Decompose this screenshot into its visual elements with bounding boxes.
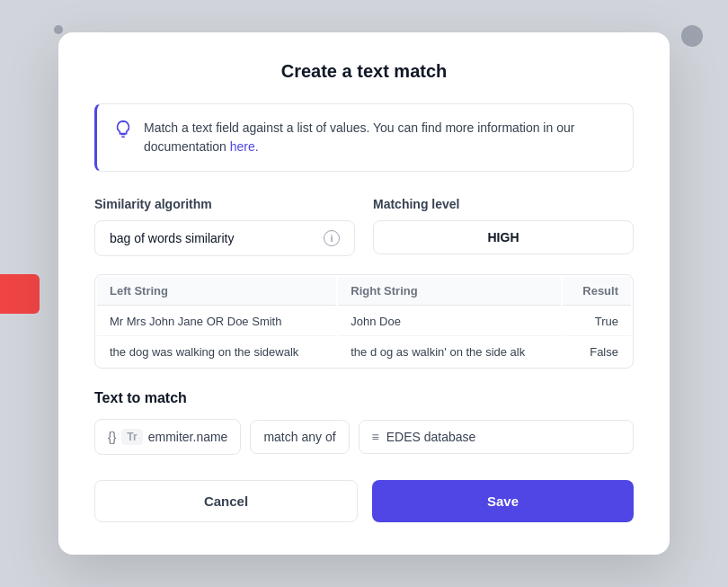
similarity-label: Similarity algorithm <box>94 197 355 211</box>
col-header-result: Result <box>563 277 631 306</box>
field-chip-value: emmiter.name <box>148 430 228 444</box>
similarity-section: Similarity algorithm bag of words simila… <box>94 197 355 256</box>
result-2: False <box>563 338 631 366</box>
matching-level-button[interactable]: HIGH <box>373 220 634 254</box>
algorithm-matching-row: Similarity algorithm bag of words simila… <box>94 197 634 256</box>
dot-decoration <box>54 25 63 34</box>
col-header-left: Left String <box>97 277 336 306</box>
field-type-badge: Tr <box>121 429 142 445</box>
values-label: EDES database <box>386 430 476 444</box>
red-tab-decoration <box>0 274 40 314</box>
similarity-algorithm-button[interactable]: bag of words similarity i <box>94 220 355 256</box>
matching-section: Matching level HIGH <box>373 197 634 256</box>
action-row: Cancel Save <box>94 480 634 522</box>
similarity-value: bag of words similarity <box>110 231 235 245</box>
matching-label: Matching level <box>373 197 634 211</box>
match-row: {} Tr emmiter.name match any of ≡ EDES d… <box>94 419 634 455</box>
right-string-1: John Doe <box>338 307 561 336</box>
list-icon: ≡ <box>372 430 379 444</box>
modal-title: Create a text match <box>94 61 634 82</box>
info-text-content: Match a text field against a list of val… <box>144 120 574 154</box>
curly-braces-icon: {} <box>108 430 116 444</box>
left-string-2: the dog was walking on the sidewalk <box>97 338 336 366</box>
right-string-2: the d og as walkin' on the side alk <box>338 338 561 366</box>
gear-icon <box>681 25 703 47</box>
values-chip[interactable]: ≡ EDES database <box>359 420 634 454</box>
save-button[interactable]: Save <box>372 480 634 522</box>
info-box: Match a text field against a list of val… <box>94 103 634 172</box>
table-row: Mr Mrs John Jane OR Doe Smith John Doe T… <box>97 307 631 336</box>
match-any-connector[interactable]: match any of <box>250 420 349 454</box>
info-link[interactable]: here. <box>230 139 259 154</box>
result-1: True <box>563 307 631 336</box>
info-text: Match a text field against a list of val… <box>144 119 617 156</box>
field-chip[interactable]: {} Tr emmiter.name <box>94 419 241 455</box>
modal-dialog: Create a text match Match a text field a… <box>58 32 670 555</box>
lightbulb-icon <box>113 120 133 139</box>
info-circle-icon[interactable]: i <box>324 230 340 246</box>
text-to-match-label: Text to match <box>94 390 634 406</box>
col-header-right: Right String <box>338 277 561 306</box>
matching-value: HIGH <box>488 230 519 245</box>
examples-table: Left String Right String Result Mr Mrs J… <box>94 274 634 369</box>
table-row: the dog was walking on the sidewalk the … <box>97 338 631 366</box>
left-string-1: Mr Mrs John Jane OR Doe Smith <box>97 307 336 336</box>
cancel-button[interactable]: Cancel <box>94 480 358 522</box>
